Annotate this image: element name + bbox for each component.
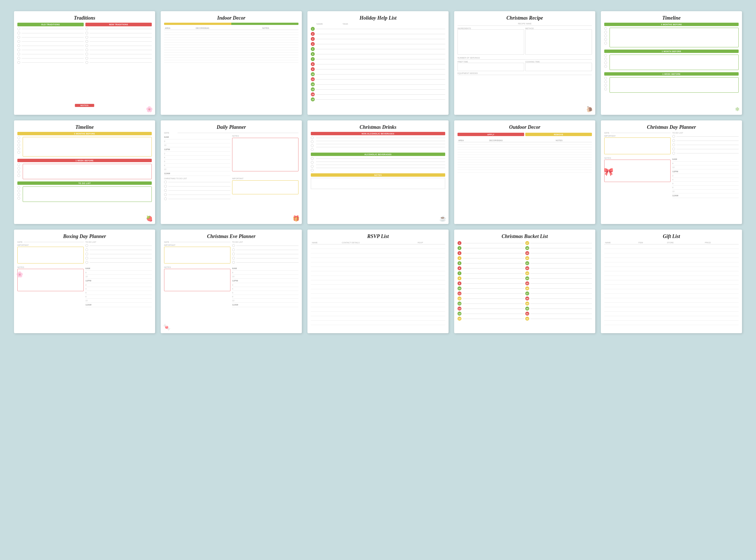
list-item — [164, 185, 231, 187]
boxing-day-top: DATE IMPORTANT TO DO LIST — [17, 241, 152, 265]
list-item: 27 — [525, 292, 592, 295]
table-row — [458, 155, 592, 157]
line — [530, 288, 592, 289]
line — [530, 273, 592, 274]
table-row — [604, 303, 739, 307]
check-circle — [604, 84, 607, 87]
check-circle — [17, 193, 20, 196]
todo-col: TO DO LIST — [232, 241, 298, 265]
check-circle — [17, 167, 20, 170]
check-circle — [85, 244, 88, 247]
equipment-label: EQUIPMENT NEEDED — [458, 72, 592, 74]
line — [530, 268, 592, 268]
col-header-store: STORE — [666, 241, 704, 244]
timeline-box — [610, 55, 739, 70]
table-row — [604, 276, 739, 280]
list-item — [85, 36, 152, 39]
table-row — [164, 50, 298, 53]
col-header-decor: DECOR/IDEAS — [488, 139, 555, 142]
todo-col: TO DO LIST — [85, 241, 152, 265]
timeline-section-3months: 3 MONTHS BEFORE — [604, 23, 739, 47]
line — [22, 54, 84, 54]
number-circle: 9 — [458, 281, 461, 285]
check-circle — [85, 248, 88, 251]
mug-decoration: ☕ — [439, 215, 446, 222]
list-item — [85, 61, 152, 64]
list-item — [17, 44, 84, 47]
notes-col: NOTES — [604, 157, 671, 198]
date-important-col: DATE IMPORTANT — [164, 241, 231, 265]
line — [462, 288, 524, 289]
line — [168, 191, 231, 191]
table-row — [311, 303, 445, 307]
table-row — [604, 298, 739, 303]
line — [530, 308, 592, 309]
time-slot: 12AM — [164, 172, 231, 176]
ingredients-box — [458, 29, 524, 55]
gift-list-table: NAME ITEM STORE PRICE — [604, 241, 739, 325]
number-circle: 4 — [311, 42, 315, 46]
list-item: 16 — [458, 317, 524, 321]
indoor-decor-title: Indoor Decor — [164, 15, 298, 21]
daily-planner-title: Daily Planner — [164, 124, 298, 130]
table-row — [164, 33, 298, 35]
timeline-checkboxes — [604, 54, 609, 70]
holiday-help-title: Holiday Help List — [311, 15, 445, 21]
timeline2-section-3months: 3 MONTHS BEFORE — [17, 132, 152, 157]
timeline-checkboxes — [604, 27, 609, 47]
todo-lines — [232, 244, 298, 264]
time-slot: 8 — [164, 139, 231, 143]
card-christmas-drinks: Christmas Drinks NON-ALCOHOLIC BEVERAGES — [307, 120, 449, 224]
list-item — [85, 248, 152, 251]
col-header-contact: CONTACT DETAILS — [341, 241, 417, 244]
number-circle: 21 — [525, 261, 529, 265]
list-item: 18 — [525, 246, 592, 250]
table-row — [604, 254, 739, 258]
line — [530, 319, 592, 319]
number-circle: 3 — [458, 251, 461, 255]
prep-box — [458, 63, 524, 71]
check-circle — [604, 35, 607, 37]
check-circle — [17, 140, 20, 143]
line — [22, 41, 84, 42]
table-row — [604, 262, 739, 267]
check-circle — [311, 165, 314, 168]
number-circle: 4 — [458, 256, 461, 260]
time-col: 6AM 8 10 12PM 2 4 6 8 10 12AM — [85, 266, 152, 307]
prep-cook-section: PREP TIME COOKING TIME — [458, 61, 592, 71]
line — [530, 243, 592, 243]
table-row — [311, 276, 445, 280]
list-item: 15 — [311, 97, 445, 101]
timeline2-section-todo: TO DO LIST — [17, 181, 152, 202]
date-row: DATE — [164, 241, 231, 243]
card-traditions: Traditions OLD TRADITIONS NEW TRADITIONS — [14, 11, 155, 115]
check-circle — [672, 147, 675, 151]
time-slot: 10 — [85, 275, 152, 279]
line — [530, 263, 592, 263]
time-col: 6AM 8 10 12PM 2 4 6 8 10 12AM — [232, 266, 298, 307]
number-circle: 14 — [458, 306, 461, 311]
check-circle — [17, 163, 20, 166]
holiday-help-headers: NAME TASK — [311, 23, 445, 25]
time-column: 6AM 8 10 12PM 2 4 6 8 10 12AM — [164, 135, 231, 176]
table-row — [458, 165, 592, 167]
line — [89, 50, 152, 50]
time-slot: 8 — [85, 295, 152, 299]
line — [530, 314, 592, 314]
timeline-1-title: Timeline — [604, 15, 739, 21]
time-slot: 8 — [164, 163, 231, 167]
table-row — [311, 307, 445, 312]
line — [236, 245, 298, 246]
table-row — [311, 267, 445, 271]
snowflake-decoration: ❄ — [735, 106, 740, 113]
notes-col: NOTES — [17, 266, 84, 307]
time-slot: 10 — [232, 275, 298, 279]
number-circle: 22 — [525, 266, 529, 270]
table-row — [164, 58, 298, 60]
check-circle — [232, 257, 235, 260]
traditions-col1: OLD TRADITIONS — [17, 23, 84, 65]
time-slot: 10 — [672, 189, 739, 194]
timeline-checkboxes — [17, 136, 22, 157]
check-circle — [17, 27, 20, 30]
date-important-col: DATE IMPORTANT — [604, 132, 671, 156]
